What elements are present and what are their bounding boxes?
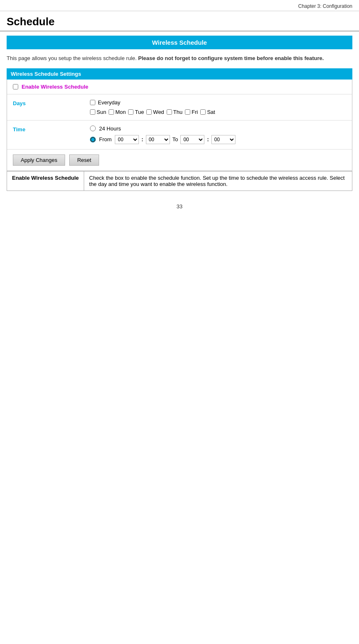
- radio-from[interactable]: [90, 137, 96, 142]
- colon-2: :: [207, 136, 209, 142]
- time-24hours-option: 24 Hours: [90, 125, 352, 132]
- label-sun: Sun: [97, 109, 106, 115]
- radio-24hours[interactable]: [90, 125, 96, 131]
- 24hours-label: 24 Hours: [99, 125, 121, 132]
- time-row: Time 24 Hours From 00 :: [7, 121, 352, 150]
- page-title: Schedule: [0, 11, 359, 31]
- time-options: 24 Hours From 00 : 00: [90, 125, 352, 144]
- enable-wireless-schedule-label: Enable Wireless Schedule: [22, 84, 88, 90]
- help-table: Enable Wireless Schedule Check the box t…: [7, 171, 352, 191]
- from-hour-select[interactable]: 00: [115, 135, 139, 144]
- enable-row: Enable Wireless Schedule: [7, 80, 352, 94]
- wireless-schedule-header: Wireless Schedule: [7, 36, 352, 49]
- checkbox-thu[interactable]: [167, 109, 172, 115]
- to-min-select[interactable]: 00: [211, 135, 235, 144]
- section-header: Wireless Schedule Settings: [7, 68, 352, 80]
- everyday-label: Everyday: [98, 99, 120, 106]
- days-row: Days Everyday Sun Mon: [7, 94, 352, 121]
- from-min-select[interactable]: 00: [146, 135, 170, 144]
- label-wed: Wed: [153, 109, 164, 115]
- everyday-line: Everyday: [90, 99, 352, 106]
- day-tue: Tue: [128, 109, 144, 115]
- buttons-row: Apply Changes Reset: [7, 150, 352, 171]
- label-sat: Sat: [207, 109, 215, 115]
- to-label: To: [172, 136, 178, 142]
- page-number: 33: [0, 191, 359, 214]
- checkbox-wed[interactable]: [146, 109, 152, 115]
- main-container: Wireless Schedule This page allows you s…: [0, 36, 359, 191]
- label-mon: Mon: [115, 109, 126, 115]
- checkbox-sun[interactable]: [90, 109, 95, 115]
- day-sun: Sun: [90, 109, 106, 115]
- colon-1: :: [141, 136, 143, 142]
- checkbox-sat[interactable]: [200, 109, 206, 115]
- time-label: Time: [7, 125, 90, 134]
- help-row: Enable Wireless Schedule Check the box t…: [7, 171, 352, 191]
- settings-table: Enable Wireless Schedule Days Everyday S…: [7, 80, 352, 171]
- help-term: Enable Wireless Schedule: [7, 171, 84, 191]
- from-to-line: 00 : 00 To 00 : 00: [115, 135, 235, 144]
- chapter-header: Chapter 3: Configuration: [0, 0, 359, 11]
- chapter-header-text: Chapter 3: Configuration: [298, 3, 352, 9]
- label-tue: Tue: [135, 109, 144, 115]
- day-wed: Wed: [146, 109, 164, 115]
- everyday-checkbox[interactable]: [90, 100, 95, 105]
- enable-wireless-schedule-checkbox[interactable]: [13, 84, 18, 89]
- day-fri: Fri: [185, 109, 198, 115]
- to-hour-select[interactable]: 00: [180, 135, 204, 144]
- day-mon: Mon: [109, 109, 126, 115]
- days-label: Days: [7, 99, 90, 108]
- reset-button[interactable]: Reset: [69, 154, 99, 166]
- checkbox-tue[interactable]: [128, 109, 133, 115]
- days-checkboxes-line: Sun Mon Tue Wed: [90, 109, 352, 115]
- checkbox-mon[interactable]: [109, 109, 114, 115]
- day-sat: Sat: [200, 109, 215, 115]
- label-fri: Fri: [192, 109, 198, 115]
- time-content: 24 Hours From 00 : 00: [90, 125, 352, 145]
- days-content: Everyday Sun Mon Tue: [90, 99, 352, 116]
- label-thu: Thu: [173, 109, 182, 115]
- time-from-option: From 00 : 00 To 00: [90, 135, 352, 144]
- apply-changes-button[interactable]: Apply Changes: [13, 154, 65, 166]
- help-description: Check the box to enable the schedule fun…: [84, 171, 352, 191]
- day-thu: Thu: [167, 109, 182, 115]
- intro-text: This page allows you setup the wireless …: [7, 54, 352, 63]
- checkbox-fri[interactable]: [185, 109, 190, 115]
- from-label: From: [99, 136, 112, 142]
